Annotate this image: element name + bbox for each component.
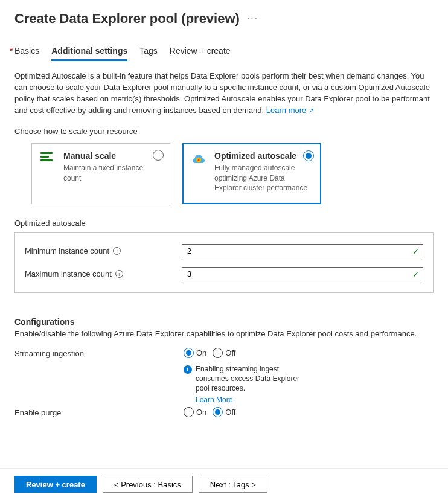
max-instance-label: Maximum instance count	[25, 269, 112, 278]
streaming-on-radio[interactable]: On	[184, 348, 206, 358]
optimized-autoscale-header: Optimized autoscale	[14, 219, 434, 228]
max-instance-input[interactable]	[182, 267, 423, 281]
page-title: Create Data Explorer pool (preview)	[14, 11, 240, 27]
more-icon[interactable]: ···	[247, 13, 258, 24]
tab-additional-settings[interactable]: Additional settings	[51, 46, 127, 61]
streaming-info-text: Enabling streaming ingest consumes exces…	[196, 365, 299, 393]
tab-bar: Basics Additional settings Tags Review +…	[0, 27, 448, 61]
tab-review-create[interactable]: Review + create	[170, 46, 231, 61]
autoscale-form: Minimum instance count i ✓ Maximum insta…	[14, 232, 434, 293]
external-link-icon: ↗	[309, 107, 314, 114]
info-icon[interactable]: i	[115, 270, 123, 278]
manual-scale-radio[interactable]	[153, 150, 164, 161]
check-icon: ✓	[412, 269, 420, 279]
previous-button[interactable]: < Previous : Basics	[103, 476, 193, 493]
tab-tags[interactable]: Tags	[139, 46, 158, 61]
configurations-desc: Enable/disable the following Azure Data …	[14, 329, 434, 338]
optimized-autoscale-sub: Fully managed autoscale optimizing Azure…	[214, 163, 312, 193]
svg-point-1	[198, 159, 200, 161]
manual-scale-icon	[40, 151, 56, 193]
description-text: Optimized Autoscale is a built-in featur…	[14, 71, 434, 116]
tab-basics[interactable]: Basics	[14, 46, 39, 61]
next-button[interactable]: Next : Tags >	[199, 476, 267, 493]
manual-scale-sub: Maintain a fixed instance count	[63, 163, 161, 182]
streaming-info-message: i Enabling streaming ingest consumes exc…	[184, 364, 304, 405]
configurations-header: Configurations	[14, 317, 434, 327]
optimized-autoscale-title: Optimized autoscale	[214, 151, 312, 161]
streaming-off-radio[interactable]: Off	[213, 348, 235, 358]
enable-purge-label: Enable purge	[14, 407, 184, 417]
learn-more-link[interactable]: Learn more ↗	[266, 106, 314, 115]
info-icon[interactable]: i	[113, 247, 121, 255]
manual-scale-card[interactable]: Manual scale Maintain a fixed instance c…	[31, 143, 170, 204]
purge-off-radio[interactable]: Off	[213, 407, 235, 417]
min-instance-label: Minimum instance count	[25, 246, 109, 255]
min-instance-input[interactable]	[182, 244, 423, 258]
scale-label: Choose how to scale your resource	[14, 127, 434, 136]
check-icon: ✓	[412, 246, 420, 256]
streaming-ingestion-label: Streaming ingestion	[14, 348, 184, 358]
optimized-autoscale-icon	[191, 151, 207, 193]
optimized-autoscale-radio[interactable]	[303, 150, 314, 161]
manual-scale-title: Manual scale	[63, 151, 161, 161]
purge-on-radio[interactable]: On	[184, 407, 206, 417]
description-content: Optimized Autoscale is a built-in featur…	[14, 71, 430, 115]
info-icon: i	[184, 365, 192, 374]
streaming-learn-more-link[interactable]: Learn More	[196, 395, 304, 405]
review-create-button[interactable]: Review + create	[14, 476, 97, 493]
optimized-autoscale-card[interactable]: Optimized autoscale Fully managed autosc…	[182, 143, 321, 204]
footer-bar: Review + create < Previous : Basics Next…	[0, 468, 448, 500]
